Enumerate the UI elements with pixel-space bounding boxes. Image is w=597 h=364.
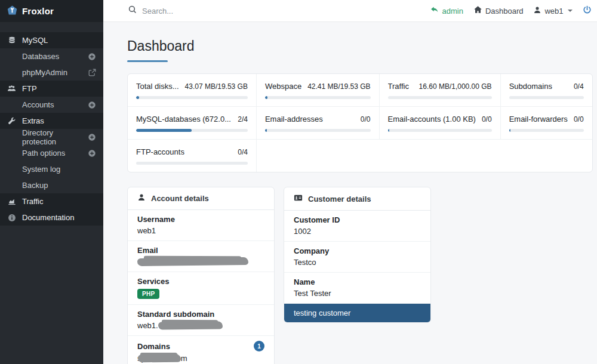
dashboard-content: Dashboard Total disks... 43.07 MB/19.53 … <box>103 22 597 364</box>
sidebar-item-label: Directory protection <box>22 128 88 146</box>
page-title: Dashboard <box>127 38 593 54</box>
sidebar-item-directory-protection[interactable]: Directory protection <box>0 129 103 145</box>
account-row-standard-subdomain: Standard subdomain web1. <box>128 305 274 336</box>
stat-label: MySQL-databases (672.0... <box>136 115 231 124</box>
customer-footer-note[interactable]: testing customer <box>284 304 430 322</box>
stat-label: FTP-accounts <box>136 147 184 156</box>
sidebar-item-label: Accounts <box>22 100 54 109</box>
progress-bar <box>265 96 371 99</box>
details-row: Account details Username web1 Email Serv… <box>127 187 593 364</box>
redaction-scribble <box>158 322 223 330</box>
sidebar-item-label: Path options <box>22 149 65 158</box>
sidebar-item-extras[interactable]: Extras <box>0 113 103 129</box>
topbar-right: admin Dashboard web1 <box>430 5 591 16</box>
domains-peek-end: m <box>181 354 187 363</box>
reply-arrow-icon <box>430 6 439 16</box>
customer-row-id: Customer ID 1002 <box>284 211 430 242</box>
brand-logo[interactable]: Froxlor <box>0 0 103 22</box>
info-circle-icon <box>7 214 16 222</box>
stat-mysql-databases: MySQL-databases (672.0... 2/4 <box>128 107 257 140</box>
account-details-title: Account details <box>151 194 209 203</box>
stat-label: Total disks... <box>136 82 179 91</box>
dashboard-link[interactable]: Dashboard <box>473 5 524 16</box>
database-icon <box>7 36 16 45</box>
stat-value: 0/0 <box>482 115 492 124</box>
user-menu[interactable]: web1 <box>533 6 572 16</box>
stat-email-forwarders: Email-forwarders 0/0 <box>501 107 592 140</box>
chart-icon <box>7 198 16 206</box>
sidebar-item-phpmyadmin[interactable]: phpMyAdmin <box>0 64 103 81</box>
sidebar-item-documentation[interactable]: Documentation <box>0 209 103 226</box>
stat-traffic: Traffic 16.60 MB/1,000.00 GB <box>380 74 501 107</box>
sidebar-item-mysql[interactable]: MySQL <box>0 32 103 48</box>
stat-empty-cell <box>257 140 380 172</box>
stat-value: 0/4 <box>238 148 248 156</box>
sidebar-item-label: Databases <box>22 52 59 61</box>
plus-circle-icon[interactable] <box>88 53 96 61</box>
row-value: 1002 <box>294 227 421 236</box>
external-link-icon <box>88 69 96 76</box>
stat-webspace: Webspace 42.41 MB/19.53 GB <box>257 74 380 107</box>
sidebar-item-label: Traffic <box>22 197 43 206</box>
sidebar-item-system-log[interactable]: System log <box>0 161 103 177</box>
search <box>128 5 273 16</box>
sidebar-item-databases[interactable]: Databases <box>0 48 103 64</box>
sidebar-item-accounts[interactable]: Accounts <box>0 97 103 113</box>
redaction-scribble <box>137 257 248 266</box>
search-icon <box>128 5 137 16</box>
plus-circle-icon[interactable] <box>88 101 96 109</box>
redacted-domains-value: spm <box>137 354 264 363</box>
admin-link-label: admin <box>442 7 463 16</box>
progress-bar <box>509 129 584 132</box>
row-label: Customer ID <box>294 215 421 224</box>
customer-row-company: Company Testco <box>284 242 430 273</box>
stat-value: 2/4 <box>238 115 248 124</box>
account-row-services: Services PHP <box>128 272 274 305</box>
search-input[interactable] <box>142 7 273 16</box>
sidebar-item-label: System log <box>22 165 60 174</box>
person-icon <box>533 6 541 16</box>
account-row-username: Username web1 <box>128 210 274 241</box>
sidebar-item-backup[interactable]: Backup <box>0 177 103 193</box>
title-underline <box>127 60 168 62</box>
customer-details-title: Customer details <box>308 195 371 203</box>
person-icon <box>137 193 146 203</box>
id-card-icon <box>294 193 303 204</box>
account-details-card: Account details Username web1 Email Serv… <box>127 187 275 364</box>
power-icon <box>583 5 592 16</box>
row-value: Test Tester <box>294 289 421 298</box>
stat-value: 0/0 <box>574 115 584 124</box>
stat-empty-cell <box>380 140 501 172</box>
stat-label: Email-addresses <box>265 115 323 124</box>
account-row-email: Email <box>128 241 274 272</box>
stat-value: 42.41 MB/19.53 GB <box>307 82 370 91</box>
plus-circle-icon[interactable] <box>88 149 96 158</box>
sidebar-item-ftp[interactable]: FTP <box>0 81 103 97</box>
sidebar-item-label: Backup <box>22 181 48 190</box>
progress-bar <box>136 96 248 99</box>
stat-label: Email-forwarders <box>509 115 568 124</box>
sidebar-item-path-options[interactable]: Path options <box>0 145 103 161</box>
sidebar-item-traffic[interactable]: Traffic <box>0 193 103 209</box>
switch-back-admin-link[interactable]: admin <box>430 6 463 16</box>
wrench-icon <box>7 117 16 125</box>
plus-circle-icon[interactable] <box>88 133 96 141</box>
customer-row-name: Name Test Tester <box>284 273 430 304</box>
row-label: Name <box>294 277 421 286</box>
chevron-down-icon <box>568 10 573 12</box>
user-menu-label: web1 <box>544 7 563 16</box>
dashboard-link-label: Dashboard <box>485 7 524 16</box>
row-label: Email <box>137 246 264 255</box>
brand-name: Froxlor <box>22 6 54 16</box>
customer-details-card: Customer details Customer ID 1002 Compan… <box>284 187 431 323</box>
sidebar-item-label: Documentation <box>22 213 74 222</box>
row-label: Standard subdomain <box>137 310 264 319</box>
users-icon <box>7 84 16 93</box>
php-badge: PHP <box>137 289 159 299</box>
progress-bar <box>265 129 371 132</box>
progress-bar <box>388 96 492 99</box>
row-label: Username <box>137 215 264 224</box>
logout-button[interactable] <box>583 5 592 16</box>
sidebar-item-label: FTP <box>22 84 37 93</box>
stat-label: Traffic <box>388 82 409 91</box>
